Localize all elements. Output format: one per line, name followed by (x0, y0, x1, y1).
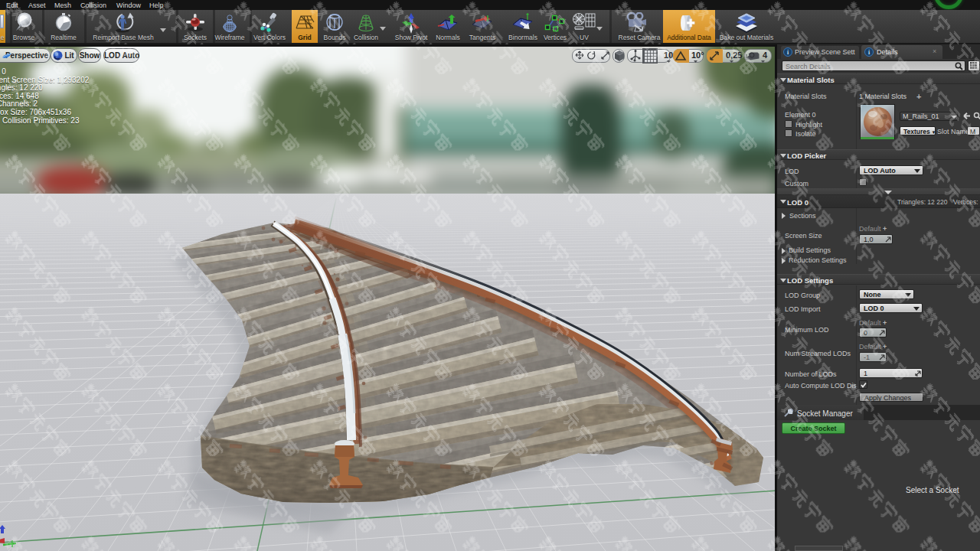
svg-text:10°: 10° (691, 51, 704, 60)
svg-text:0,25: 0,25 (726, 51, 742, 60)
svg-text:4: 4 (763, 51, 768, 60)
svg-text:10: 10 (664, 51, 673, 60)
